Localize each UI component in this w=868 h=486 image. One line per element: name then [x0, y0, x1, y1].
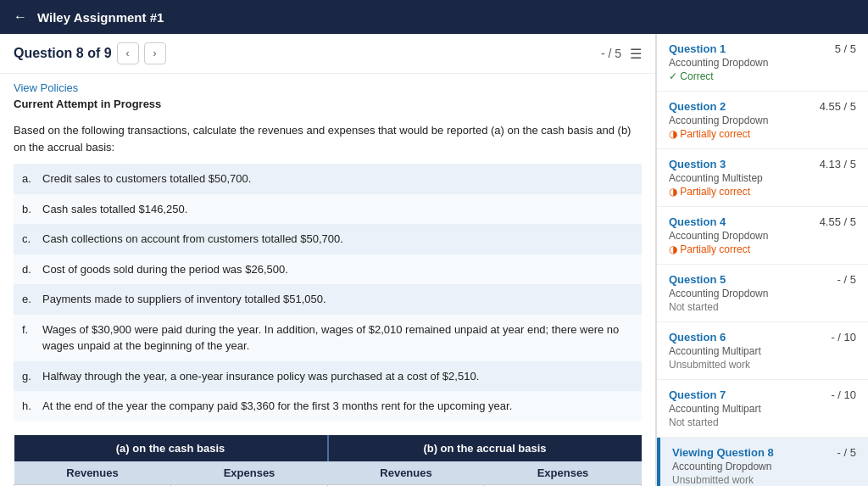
sidebar-q-score: - / 5: [837, 273, 856, 286]
sidebar-q-type: Accounting Dropdown: [669, 115, 856, 126]
sidebar-q-type: Accounting Multistep: [669, 172, 856, 184]
sidebar: Question 1 5 / 5 Accounting Dropdown ✓ C…: [656, 34, 868, 486]
back-button[interactable]: ←: [14, 9, 27, 25]
sidebar-q-name: Question 6: [669, 331, 726, 344]
list-text: Wages of $30,900 were paid during the ye…: [42, 321, 633, 355]
sidebar-q-title: Question 1 5 / 5: [669, 42, 856, 55]
list-letter: a.: [22, 170, 42, 187]
question-label: Question 8 of 9: [14, 46, 112, 61]
sidebar-item-q7[interactable]: Question 7 - / 10 Accounting Multipart N…: [657, 380, 868, 438]
sidebar-q-title: Question 4 4.55 / 5: [669, 215, 856, 228]
list-item: f.Wages of $30,900 were paid during the …: [14, 315, 642, 361]
revenues-b-header: Revenues: [328, 461, 485, 485]
sidebar-q-name: Question 4: [669, 215, 726, 228]
list-letter: f.: [22, 321, 42, 338]
expenses-a-header: Expenses: [171, 461, 328, 485]
sidebar-q-title: Question 6 - / 10: [669, 331, 856, 344]
sidebar-q-status: ✓ Correct: [669, 70, 856, 82]
sidebar-q-name: Question 2: [669, 100, 726, 113]
list-item: e.Payments made to suppliers of inventor…: [14, 284, 642, 315]
score-area: - / 5 ☰: [601, 46, 642, 62]
app-title: Wiley Assignment #1: [37, 10, 164, 25]
sidebar-q-score: - / 10: [831, 331, 856, 344]
sidebar-q-type: Accounting Dropdown: [669, 57, 856, 69]
accrual-basis-header: (b) on the accrual basis: [328, 435, 642, 461]
question-header: Question 8 of 9 ‹ › - / 5 ☰: [0, 34, 655, 74]
sidebar-q-status: ◑ Partially correct: [669, 186, 856, 198]
list-text: Cash sales totalled $146,250.: [42, 201, 187, 218]
prev-question-button[interactable]: ‹: [117, 42, 139, 64]
sidebar-q-score: 5 / 5: [835, 42, 856, 55]
list-text: At the end of the year the company paid …: [42, 398, 512, 415]
sidebar-q-score: 4.13 / 5: [820, 158, 856, 170]
cash-basis-header: (a) on the cash basis: [14, 435, 328, 461]
sidebar-q-status: ◑ Partially correct: [669, 128, 856, 140]
sidebar-item-q6[interactable]: Question 6 - / 10 Accounting Multipart U…: [657, 322, 868, 380]
question-nav: Question 8 of 9 ‹ ›: [14, 42, 166, 64]
question-body: Based on the following transactions, cal…: [0, 114, 655, 486]
sidebar-item-q8[interactable]: Viewing Question 8 - / 5 Accounting Drop…: [657, 438, 868, 486]
list-letter: h.: [22, 398, 42, 415]
list-item: c.Cash collections on account from custo…: [14, 224, 642, 254]
sidebar-q-status: Unsubmitted work: [669, 359, 856, 371]
list-item: g.Halfway through the year, a one-year i…: [14, 361, 642, 392]
list-letter: g.: [22, 368, 42, 385]
sidebar-q-name: Question 3: [669, 158, 726, 170]
question-text: Based on the following transactions, cal…: [14, 122, 642, 155]
sidebar-item-q3[interactable]: Question 3 4.13 / 5 Accounting Multistep…: [657, 149, 868, 207]
sidebar-q-status: Unsubmitted work: [672, 474, 856, 486]
list-text: Cost of goods sold during the period was…: [42, 261, 288, 278]
sidebar-q-score: 4.55 / 5: [820, 100, 856, 113]
expenses-b-header: Expenses: [485, 461, 642, 485]
sidebar-q-name: Viewing Question 8: [672, 446, 774, 459]
attempt-label: Current Attempt in Progress: [14, 98, 642, 110]
sidebar-q-type: Accounting Dropdown: [669, 288, 856, 299]
list-text: Credit sales to customers totalled $50,7…: [42, 170, 251, 187]
sidebar-q-status: Not started: [669, 416, 856, 428]
list-item: d.Cost of goods sold during the period w…: [14, 254, 642, 285]
sidebar-q-type: Accounting Multipart: [669, 345, 856, 357]
meta-section: View Policies Current Attempt in Progres…: [0, 74, 655, 114]
sidebar-q-title: Question 5 - / 5: [669, 273, 856, 286]
revenues-a-header: Revenues: [14, 461, 171, 485]
sidebar-item-q4[interactable]: Question 4 4.55 / 5 Accounting Dropdown …: [657, 207, 868, 265]
list-text: Halfway through the year, a one-year ins…: [42, 368, 479, 385]
sidebar-q-status: Not started: [669, 301, 856, 313]
sidebar-q-score: - / 5: [837, 446, 856, 459]
answer-table: (a) on the cash basis (b) on the accrual…: [14, 435, 642, 487]
list-icon[interactable]: ☰: [630, 46, 642, 62]
list-letter: d.: [22, 261, 42, 278]
list-item: h.At the end of the year the company pai…: [14, 391, 642, 422]
question-list: a.Credit sales to customers totalled $50…: [14, 164, 642, 422]
sidebar-q-title: Question 2 4.55 / 5: [669, 100, 856, 113]
sidebar-q-title: Question 7 - / 10: [669, 388, 856, 401]
sidebar-item-q2[interactable]: Question 2 4.55 / 5 Accounting Dropdown …: [657, 92, 868, 149]
list-letter: c.: [22, 231, 42, 248]
view-policies-link[interactable]: View Policies: [14, 81, 78, 94]
answer-table-container: (a) on the cash basis (b) on the accrual…: [14, 435, 642, 487]
sidebar-q-name: Question 5: [669, 273, 726, 286]
list-item: a.Credit sales to customers totalled $50…: [14, 164, 642, 194]
sidebar-q-title: Viewing Question 8 - / 5: [672, 446, 856, 459]
list-text: Cash collections on account from custome…: [42, 231, 343, 248]
list-text: Payments made to suppliers of inventory …: [42, 291, 326, 308]
sidebar-q-type: Accounting Multipart: [669, 403, 856, 415]
sidebar-item-q1[interactable]: Question 1 5 / 5 Accounting Dropdown ✓ C…: [657, 34, 868, 92]
list-item: b.Cash sales totalled $146,250.: [14, 194, 642, 225]
sidebar-q-status: ◑ Partially correct: [669, 243, 856, 255]
main-layout: Question 8 of 9 ‹ › - / 5 ☰ View Policie…: [0, 34, 868, 486]
sidebar-item-q5[interactable]: Question 5 - / 5 Accounting Dropdown Not…: [657, 265, 868, 322]
sidebar-q-score: 4.55 / 5: [820, 215, 856, 228]
content-area: Question 8 of 9 ‹ › - / 5 ☰ View Policie…: [0, 34, 656, 486]
sidebar-q-title: Question 3 4.13 / 5: [669, 158, 856, 170]
sidebar-q-score: - / 10: [831, 388, 856, 401]
top-bar: ← Wiley Assignment #1: [0, 0, 868, 34]
list-letter: b.: [22, 201, 42, 218]
score-value: - / 5: [601, 47, 621, 60]
sidebar-q-name: Question 7: [669, 388, 726, 401]
sidebar-q-name: Question 1: [669, 42, 726, 55]
list-letter: e.: [22, 291, 42, 308]
sidebar-q-type: Accounting Dropdown: [669, 230, 856, 242]
sidebar-q-type: Accounting Dropdown: [672, 461, 856, 472]
next-question-button[interactable]: ›: [144, 42, 166, 64]
